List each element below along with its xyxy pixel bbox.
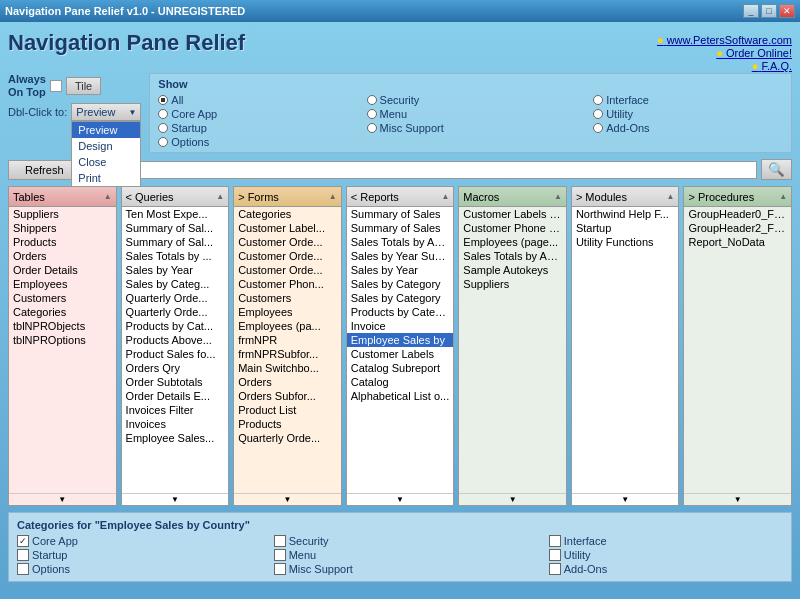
list-item[interactable]: Summary of Sales	[347, 221, 454, 235]
show-coreapp-row[interactable]: Core App	[158, 108, 350, 120]
show-startup-radio[interactable]	[158, 123, 168, 133]
show-utility-radio[interactable]	[593, 109, 603, 119]
refresh-button[interactable]: Refresh	[8, 160, 81, 180]
tile-button[interactable]: Tile	[66, 77, 101, 95]
search-button[interactable]: 🔍	[761, 159, 792, 180]
list-item[interactable]: Sales Totals by ...	[122, 249, 229, 263]
list-item[interactable]: Customer Phon...	[234, 277, 341, 291]
show-options-row[interactable]: Options	[158, 136, 350, 148]
list-item[interactable]: Summary of Sal...	[122, 235, 229, 249]
show-menu-row[interactable]: Menu	[367, 108, 578, 120]
list-item[interactable]: Catalog	[347, 375, 454, 389]
dropdown-item-close[interactable]: Close	[72, 154, 140, 170]
show-security-radio[interactable]	[367, 95, 377, 105]
bottom-checkbox-security[interactable]	[274, 535, 286, 547]
list-item[interactable]: frmNPRSubfor...	[234, 347, 341, 361]
dropdown-btn[interactable]: Preview ▼	[71, 103, 141, 121]
maximize-button[interactable]: □	[761, 4, 777, 18]
list-item[interactable]: Products by Cat...	[122, 319, 229, 333]
list-item[interactable]: Customers	[9, 291, 116, 305]
list-item[interactable]: Invoices	[122, 417, 229, 431]
list-item[interactable]: Sales Totals by An...	[459, 249, 566, 263]
list-item[interactable]: Employees	[234, 305, 341, 319]
show-coreapp-radio[interactable]	[158, 109, 168, 119]
always-on-top-checkbox[interactable]	[50, 80, 62, 92]
list-item[interactable]: Quarterly Orde...	[122, 305, 229, 319]
scroll-down-reports[interactable]: ▼	[347, 493, 454, 505]
list-item[interactable]: Invoice	[347, 319, 454, 333]
list-item[interactable]: Invoices Filter	[122, 403, 229, 417]
dropdown-item-preview[interactable]: Preview	[72, 122, 140, 138]
list-item[interactable]: Summary of Sal...	[122, 221, 229, 235]
list-item[interactable]: Customer Labels D...	[459, 207, 566, 221]
list-item[interactable]: Sales by Categ...	[122, 277, 229, 291]
list-item[interactable]: Orders	[234, 375, 341, 389]
list-item[interactable]: frmNPR	[234, 333, 341, 347]
faq-link[interactable]: F.A.Q.	[761, 60, 792, 72]
list-item[interactable]: Customer Orde...	[234, 249, 341, 263]
dropdown-item-print[interactable]: Print	[72, 170, 140, 186]
show-interface-radio[interactable]	[593, 95, 603, 105]
list-item[interactable]: Categories	[9, 305, 116, 319]
list-item[interactable]: Employees (pa...	[234, 319, 341, 333]
show-addons-row[interactable]: Add-Ons	[593, 122, 783, 134]
bottom-checkbox-add-ons[interactable]	[549, 563, 561, 575]
list-item[interactable]: Alphabetical List o...	[347, 389, 454, 403]
list-item[interactable]: Products by Categ...	[347, 305, 454, 319]
list-item[interactable]: Sales by Category	[347, 291, 454, 305]
list-item[interactable]: Customer Label...	[234, 221, 341, 235]
scroll-down-queries[interactable]: ▼	[122, 493, 229, 505]
list-item[interactable]: Order Details	[9, 263, 116, 277]
list-item[interactable]: Ten Most Expe...	[122, 207, 229, 221]
list-item[interactable]: Product List	[234, 403, 341, 417]
scroll-down-tables[interactable]: ▼	[9, 493, 116, 505]
dbl-click-dropdown[interactable]: Preview ▼ Preview Design Close Print	[71, 103, 141, 121]
scroll-down-macros[interactable]: ▼	[459, 493, 566, 505]
show-miscsupport-row[interactable]: Misc Support	[367, 122, 578, 134]
list-item[interactable]: GroupHeader0_Fo...	[684, 207, 791, 221]
minimize-button[interactable]: _	[743, 4, 759, 18]
list-item[interactable]: Customers	[234, 291, 341, 305]
show-startup-row[interactable]: Startup	[158, 122, 350, 134]
list-item[interactable]: Sales Totals by An...	[347, 235, 454, 249]
scroll-down-procedures[interactable]: ▼	[684, 493, 791, 505]
show-interface-row[interactable]: Interface	[593, 94, 783, 106]
list-item[interactable]: GroupHeader2_Fo...	[684, 221, 791, 235]
list-item[interactable]: Employees (page...	[459, 235, 566, 249]
list-item[interactable]: Utility Functions	[572, 235, 679, 249]
list-item[interactable]: Customer Orde...	[234, 263, 341, 277]
list-item[interactable]: Northwind Help F...	[572, 207, 679, 221]
list-item[interactable]: Sales by Year	[347, 263, 454, 277]
list-item[interactable]: Order Details E...	[122, 389, 229, 403]
list-item[interactable]: Product Sales fo...	[122, 347, 229, 361]
list-item[interactable]: Employee Sales...	[122, 431, 229, 445]
list-item[interactable]: Customer Orde...	[234, 235, 341, 249]
list-item[interactable]: Orders Qry	[122, 361, 229, 375]
scroll-down-modules[interactable]: ▼	[572, 493, 679, 505]
list-item[interactable]: Summary of Sales	[347, 207, 454, 221]
list-item[interactable]: Quarterly Orde...	[122, 291, 229, 305]
list-item[interactable]: Suppliers	[9, 207, 116, 221]
show-menu-radio[interactable]	[367, 109, 377, 119]
show-all-row[interactable]: All	[158, 94, 350, 106]
list-item[interactable]: Customer Phone L...	[459, 221, 566, 235]
bottom-checkbox-misc-support[interactable]	[274, 563, 286, 575]
show-all-radio[interactable]	[158, 95, 168, 105]
list-item[interactable]: Sales by Year	[122, 263, 229, 277]
list-item[interactable]: Orders Subfor...	[234, 389, 341, 403]
show-options-radio[interactable]	[158, 137, 168, 147]
bottom-checkbox-startup[interactable]	[17, 549, 29, 561]
bottom-checkbox-options[interactable]	[17, 563, 29, 575]
close-button[interactable]: ✕	[779, 4, 795, 18]
list-item[interactable]: tblNPRObjects	[9, 319, 116, 333]
bottom-checkbox-core-app[interactable]	[17, 535, 29, 547]
list-item[interactable]: Categories	[234, 207, 341, 221]
list-item[interactable]: Suppliers	[459, 277, 566, 291]
bottom-checkbox-utility[interactable]	[549, 549, 561, 561]
show-utility-row[interactable]: Utility	[593, 108, 783, 120]
list-item[interactable]: Products	[9, 235, 116, 249]
list-item[interactable]: Startup	[572, 221, 679, 235]
order-link[interactable]: Order Online!	[726, 47, 792, 59]
list-item[interactable]: Employees	[9, 277, 116, 291]
list-item[interactable]: Report_NoData	[684, 235, 791, 249]
